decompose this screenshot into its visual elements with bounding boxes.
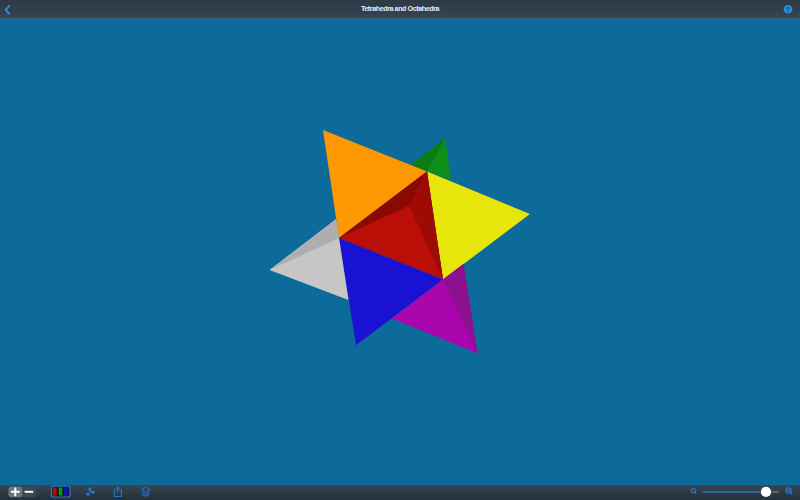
svg-text:?: ? xyxy=(786,6,790,13)
